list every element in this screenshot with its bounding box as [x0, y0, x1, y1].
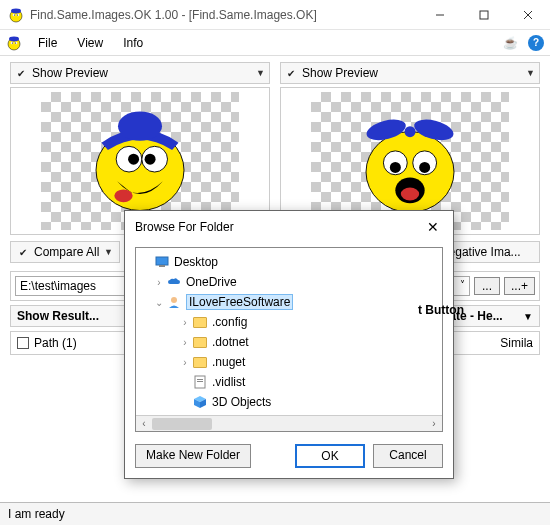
ok-button[interactable]: OK [295, 444, 365, 468]
tree-item-user[interactable]: ⌄ ILoveFreeSoftware [138, 292, 440, 312]
folder-icon [192, 315, 208, 329]
horizontal-scrollbar[interactable]: ‹ › [136, 415, 442, 431]
svg-rect-34 [159, 265, 165, 267]
tree-item-vidlist[interactable]: .vidlist [138, 372, 440, 392]
expand-icon[interactable]: › [152, 277, 166, 288]
tree-item-nuget[interactable]: › .nuget [138, 352, 440, 372]
cancel-button[interactable]: Cancel [373, 444, 443, 468]
tree-item-dotnet[interactable]: › .dotnet [138, 332, 440, 352]
tree-item-3d-objects[interactable]: 3D Objects [138, 392, 440, 412]
desktop-icon [154, 255, 170, 269]
tree-item-desktop[interactable]: Desktop [138, 252, 440, 272]
svg-rect-38 [197, 381, 203, 382]
file-icon [192, 375, 208, 389]
collapse-icon[interactable]: ⌄ [152, 297, 166, 308]
scroll-thumb[interactable] [152, 418, 212, 430]
folder-tree[interactable]: Desktop › OneDrive ⌄ ILoveFreeSoftware ›… [135, 247, 443, 432]
svg-rect-37 [197, 379, 203, 380]
expand-icon[interactable]: › [178, 317, 192, 328]
expand-icon[interactable]: › [178, 337, 192, 348]
tree-item-config[interactable]: › .config [138, 312, 440, 332]
scroll-right-icon[interactable]: › [426, 418, 442, 429]
folder-icon [192, 335, 208, 349]
user-icon [166, 295, 182, 309]
svg-rect-33 [156, 257, 168, 265]
svg-point-35 [171, 297, 177, 303]
folder-icon [192, 355, 208, 369]
start-button-fragment: t Button [418, 303, 464, 317]
cube-icon [192, 395, 208, 409]
expand-icon[interactable]: › [178, 357, 192, 368]
cloud-icon [166, 275, 182, 289]
browse-folder-dialog: Browse For Folder ✕ Desktop › OneDrive ⌄ [124, 210, 454, 479]
dialog-close-button[interactable]: ✕ [423, 219, 443, 235]
dialog-title: Browse For Folder [135, 220, 234, 234]
scroll-left-icon[interactable]: ‹ [136, 418, 152, 429]
make-new-folder-button[interactable]: Make New Folder [135, 444, 251, 468]
tree-item-onedrive[interactable]: › OneDrive [138, 272, 440, 292]
